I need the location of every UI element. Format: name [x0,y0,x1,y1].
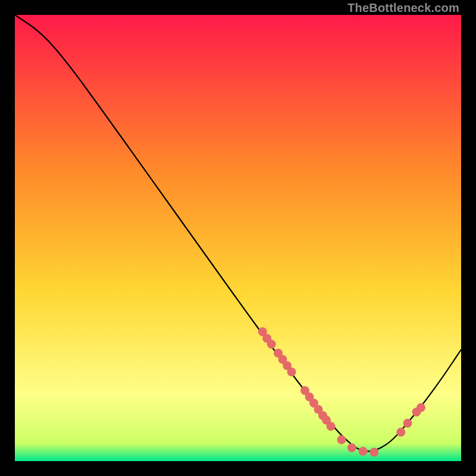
data-dot [369,448,378,457]
chart-frame [15,15,461,461]
chart-plot [15,15,461,461]
data-dot [337,436,346,444]
watermark-text: TheBottleneck.com [347,1,459,15]
data-dot [327,422,336,431]
data-dot [347,443,356,452]
data-dot [267,340,276,349]
data-dot [403,419,412,428]
data-dot [359,447,368,456]
data-dot [287,368,296,377]
data-dot [416,403,425,412]
data-dot [396,428,405,437]
